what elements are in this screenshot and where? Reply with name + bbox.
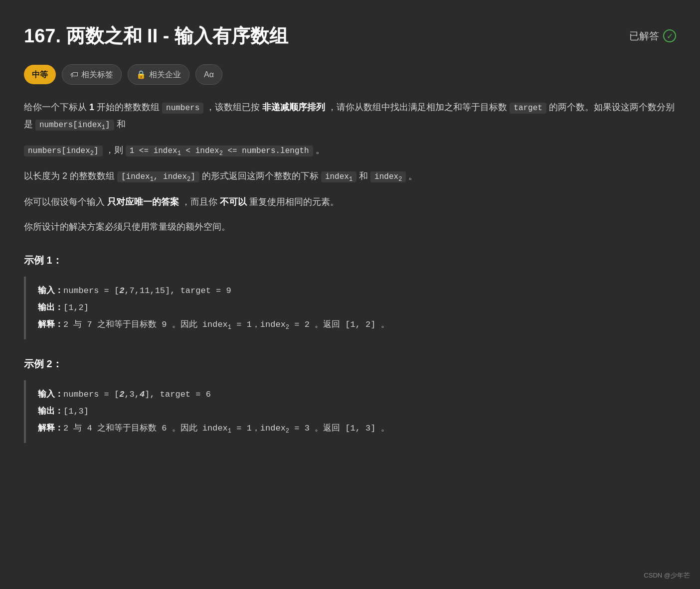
lock-icon: 🔒 bbox=[136, 68, 146, 81]
bold-no-reuse: 不可以 bbox=[220, 197, 247, 207]
bold-sorted: 非递减顺序排列 bbox=[262, 102, 325, 112]
tag-label: 相关企业 bbox=[149, 68, 181, 81]
code-numbers-index1: numbers[index1] bbox=[35, 120, 114, 131]
code-idx2: index2 bbox=[370, 171, 406, 182]
tag-label: 相关标签 bbox=[81, 68, 113, 81]
para5: 你所设计的解决方案必须只使用常量级的额外空间。 bbox=[24, 218, 676, 235]
para4: 你可以假设每个输入 只对应唯一的答案 ，而且你 不可以 重复使用相同的元素。 bbox=[24, 193, 676, 210]
code-idx1: index1 bbox=[321, 171, 356, 182]
input-label2: 输入： bbox=[38, 390, 63, 399]
example2-block: 输入：numbers = [2,3,4], target = 6 输出：[1,3… bbox=[24, 380, 676, 443]
solved-badge: 已解答 ✓ bbox=[629, 27, 676, 44]
title-row: 167. 两数之和 II - 输入有序数组 已解答 ✓ bbox=[24, 20, 676, 52]
page-title: 167. 两数之和 II - 输入有序数组 bbox=[24, 20, 288, 52]
example1-block: 输入：numbers = [2,7,11,15], target = 9 输出：… bbox=[24, 277, 676, 339]
explain-label2: 解释： bbox=[38, 424, 63, 433]
tag-related-company[interactable]: 🔒 相关企业 bbox=[128, 64, 189, 85]
example2-output-row: 输出：[1,3] bbox=[38, 403, 664, 420]
code-target: target bbox=[510, 103, 546, 114]
code-numbers: numbers bbox=[162, 103, 203, 114]
tag-related-tags[interactable]: 🏷 相关标签 bbox=[62, 64, 122, 85]
bold-unique: 只对应唯一的答案 bbox=[107, 197, 179, 207]
code-constraint: 1 <= index1 < index2 <= numbers.length bbox=[126, 146, 313, 156]
description: 给你一个下标从 1 开始的整数数组 numbers ，该数组已按 非递减顺序排列… bbox=[24, 99, 676, 236]
tag-icon: 🏷 bbox=[70, 68, 78, 81]
code-return-format: [index1, index2] bbox=[117, 171, 199, 182]
solved-icon: ✓ bbox=[663, 29, 676, 42]
code-numbers-index2: numbers[index2] bbox=[24, 146, 103, 156]
tags-row: 中等 🏷 相关标签 🔒 相关企业 Aα bbox=[24, 64, 676, 85]
solved-label: 已解答 bbox=[629, 27, 659, 44]
font-icon: Aα bbox=[204, 68, 214, 81]
example1-explain-row: 解释：2 与 7 之和等于目标数 9 。因此 index1 = 1，index2… bbox=[38, 316, 664, 333]
output-label1: 输出： bbox=[38, 303, 63, 312]
explain-label1: 解释： bbox=[38, 320, 63, 329]
example1-title: 示例 1： bbox=[24, 252, 676, 269]
para2: numbers[index2] ，则 1 <= index1 < index2 … bbox=[24, 142, 676, 159]
output-label2: 输出： bbox=[38, 407, 63, 416]
example1-output-row: 输出：[1,2] bbox=[38, 299, 664, 316]
input-label1: 输入： bbox=[38, 286, 63, 295]
example2-input-row: 输入：numbers = [2,3,4], target = 6 bbox=[38, 386, 664, 403]
para3: 以长度为 2 的整数数组 [index1, index2] 的形式返回这两个整数… bbox=[24, 167, 676, 185]
para1: 给你一个下标从 1 开始的整数数组 numbers ，该数组已按 非递减顺序排列… bbox=[24, 99, 676, 134]
example2-explain-row: 解释：2 与 4 之和等于目标数 6 。因此 index1 = 1，index2… bbox=[38, 420, 664, 437]
page-container: 167. 两数之和 II - 输入有序数组 已解答 ✓ 中等 🏷 相关标签 🔒 … bbox=[24, 20, 676, 443]
watermark: CSDN @少年芒 bbox=[644, 570, 690, 581]
tag-font-size[interactable]: Aα bbox=[195, 64, 222, 85]
example2-title: 示例 2： bbox=[24, 355, 676, 372]
tag-difficulty[interactable]: 中等 bbox=[24, 65, 56, 84]
bold-1: 1 bbox=[89, 102, 94, 112]
example1-input-row: 输入：numbers = [2,7,11,15], target = 9 bbox=[38, 283, 664, 299]
